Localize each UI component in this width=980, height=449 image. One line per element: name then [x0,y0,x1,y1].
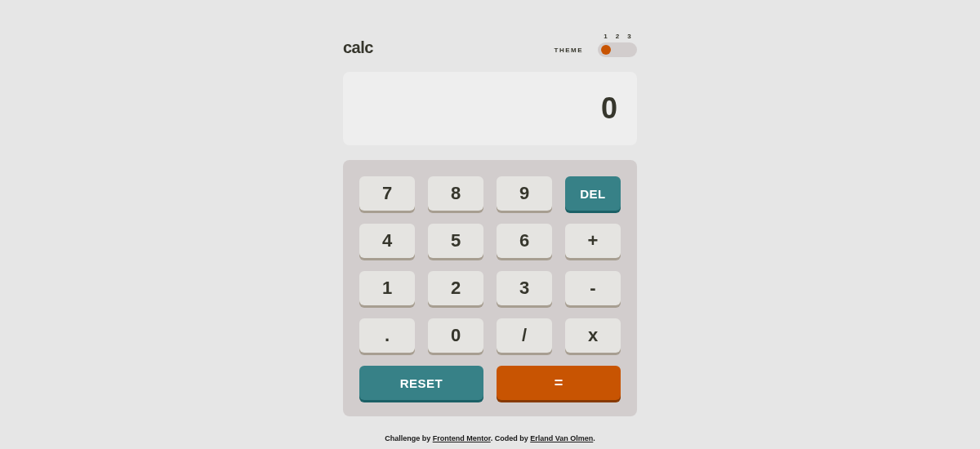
attribution-middle: . Coded by [491,434,531,442]
attribution-link-2[interactable]: Erland Van Olmen [530,434,593,442]
key-0[interactable]: 0 [428,318,483,353]
display: 0 [343,72,637,145]
theme-toggle[interactable] [598,42,637,57]
header-row: calc THEME 1 2 3 [343,33,637,57]
key-7[interactable]: 7 [359,176,415,211]
key-9[interactable]: 9 [497,176,552,211]
key-8[interactable]: 8 [428,176,483,211]
theme-knob-icon [601,45,611,55]
key-minus[interactable]: - [565,271,621,305]
theme-option-3[interactable]: 3 [627,33,630,40]
calculator: calc THEME 1 2 3 0 7 8 9 DEL 4 5 6 + [343,33,637,416]
key-reset[interactable]: RESET [359,366,483,400]
key-5[interactable]: 5 [428,224,483,258]
attribution: Challenge by Frontend Mentor. Coded by E… [385,434,595,442]
theme-option-2[interactable]: 2 [616,33,619,40]
key-1[interactable]: 1 [359,271,415,305]
key-3[interactable]: 3 [497,271,552,305]
theme-area: THEME 1 2 3 [555,33,638,57]
theme-label: THEME [555,47,584,54]
keypad: 7 8 9 DEL 4 5 6 + 1 2 3 - . 0 / x RESET … [343,160,637,416]
display-value: 0 [601,91,617,126]
theme-switch-wrap: 1 2 3 [598,33,637,57]
key-divide[interactable]: / [497,318,552,353]
key-6[interactable]: 6 [497,224,552,258]
key-del[interactable]: DEL [565,176,621,211]
attribution-prefix: Challenge by [385,434,433,442]
key-equals[interactable]: = [497,366,621,400]
key-multiply[interactable]: x [565,318,621,353]
key-4[interactable]: 4 [359,224,415,258]
attribution-link-1[interactable]: Frontend Mentor [433,434,491,442]
key-plus[interactable]: + [565,224,621,258]
theme-option-1[interactable]: 1 [604,33,607,40]
app-title: calc [343,38,373,57]
theme-numbers: 1 2 3 [600,33,634,40]
attribution-suffix: . [593,434,595,442]
key-dot[interactable]: . [359,318,415,353]
key-2[interactable]: 2 [428,271,483,305]
